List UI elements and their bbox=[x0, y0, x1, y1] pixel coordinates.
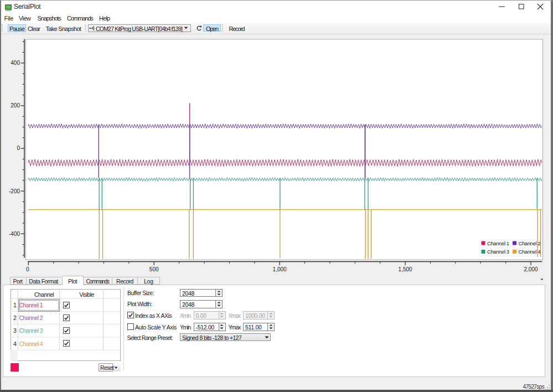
svg-text:-400: -400 bbox=[9, 231, 20, 237]
svg-text:0: 0 bbox=[26, 266, 29, 272]
svg-text:2,000: 2,000 bbox=[524, 266, 538, 272]
svg-text:Channel 1: Channel 1 bbox=[487, 240, 509, 246]
svg-text:1,500: 1,500 bbox=[399, 266, 412, 272]
svg-text:0: 0 bbox=[17, 145, 20, 151]
svg-text:500: 500 bbox=[149, 266, 159, 272]
svg-text:Channel 3: Channel 3 bbox=[487, 249, 509, 255]
svg-text:-200: -200 bbox=[9, 188, 20, 194]
svg-text:1,000: 1,000 bbox=[273, 266, 287, 272]
svg-text:Channel 4: Channel 4 bbox=[519, 249, 541, 255]
svg-text:400: 400 bbox=[11, 60, 20, 66]
svg-text:200: 200 bbox=[11, 102, 20, 109]
svg-text:Channel 2: Channel 2 bbox=[519, 240, 541, 246]
